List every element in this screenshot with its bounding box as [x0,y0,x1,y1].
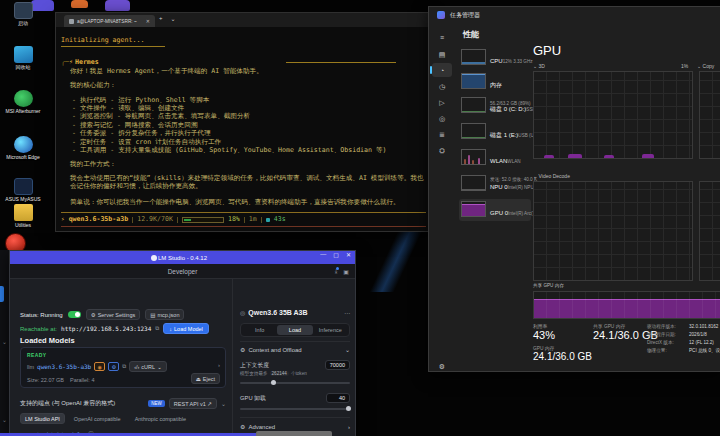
more-options-icon[interactable]: ⋯ [344,309,350,316]
workstyle-body: 我会主动使用已有的“技能”（skills）来处理特定领域的任务，比如代码审查、调… [61,174,427,191]
desktop-icon-myasus[interactable]: ASUS MyASUS [0,178,46,203]
box-corner: ╭─ [61,58,69,66]
reachable-row: Reachable at: http://192.168.5.243:1234 … [20,323,209,334]
perf-item-disk0[interactable]: 磁盘 0 (C: D:)SSD (NVMe)1% [459,95,531,117]
agent-status-bar: ⚡ qwen3.6-35b-a3b 12.9K/70K 18% 1m 43s [61,215,426,224]
services-icon[interactable]: ⛭ [436,145,448,157]
performance-icon[interactable]: ◔ [436,64,448,76]
panel-divider [232,279,233,436]
users-icon[interactable]: ◎ [436,113,448,125]
taskmgr-app-icon [437,11,445,19]
terminal-tab[interactable]: a@LAPTOP-MNA8TSRR: ~ ✕ [64,15,155,27]
perf-item-name: CPU [490,58,503,64]
settings-icon-button[interactable]: ⚙ [108,362,119,371]
details-icon[interactable]: ≣ [436,129,448,141]
server-toggle[interactable] [68,311,81,318]
code-icon: ‹/› [134,364,139,370]
tab-anthropic-compatible[interactable]: Anthropic compatible [130,413,191,424]
taskmgr-title-bar[interactable]: 任务管理器 [429,7,720,23]
perf-item-npu[interactable]: NPU 0Intel(R) NPU0% [459,173,531,195]
tab-load[interactable]: Load [277,325,312,335]
rail-active-indicator [0,286,4,302]
chevron-down-icon[interactable]: ⌄ [221,400,226,407]
model-parallel: Parallel: 4 [70,377,94,383]
tab-close-icon[interactable]: ✕ [146,18,150,24]
chevron-down-icon[interactable]: ⌄ [2,416,7,423]
gpu-video-decode-chart [533,181,693,281]
minimize-icon[interactable]: — [320,251,326,258]
tab-info[interactable]: Info [242,325,277,335]
slider-handle[interactable] [346,406,351,411]
gpu-page-title: GPU [533,43,561,58]
status-token-count: 12.9K/70K [137,215,173,223]
context-length-input[interactable]: 70000 [325,360,350,370]
capability-item: - 定时任务 - 设置 cron 计划任务自动执行工作 [72,138,426,146]
desktop-icon-label: 启动 [0,21,46,27]
advanced-section[interactable]: ⚙ Advanced › [240,423,350,430]
startup-apps-icon[interactable]: ▷ [436,97,448,109]
settings-gear-icon[interactable]: ⚙ [436,361,448,373]
eject-icon: ⏏ [196,376,201,382]
panel-toggle-icon[interactable]: ▣ [343,268,349,275]
desktop-icon-edge[interactable]: Microsoft Edge [0,136,46,161]
perf-item-disk1[interactable]: 磁盘 1 (E:)USB (USB)0% [459,121,531,143]
myasus-icon [14,178,33,195]
context-length-slider[interactable] [240,382,350,384]
server-url[interactable]: http://192.168.5.243:1234 [61,325,151,332]
hamburger-menu-icon[interactable]: ≡ [436,31,448,43]
perf-item-cpu[interactable]: CPU12% 3.33 GHz [459,47,531,69]
desktop-icon-cut-2[interactable] [71,0,88,8]
rest-api-badge[interactable]: REST API v1 ↗ [169,398,217,409]
maximize-icon[interactable]: ▢ [333,251,339,258]
context-offload-section[interactable]: ⚙ Context and Offload ⌄ [240,346,350,353]
mcp-json-button[interactable]: ▤mcp.json [145,309,184,320]
gpu-offload-input[interactable]: 40 [326,393,350,403]
directx-label: DirectX 版本: [647,340,674,345]
desktop-icon-recycle-bin[interactable]: 回收站 [0,46,46,71]
load-model-button[interactable]: ↓Load Model [163,323,209,334]
eject-button[interactable]: ⏏Eject [191,373,220,384]
desktop-icon-launch[interactable]: 启动 [0,2,46,27]
performance-page-title: 性能 [463,29,479,40]
app-history-icon[interactable]: ◷ [436,81,448,93]
desktop-icon-folder[interactable]: Utilities [0,204,46,229]
download-icon[interactable]: ⤓ [335,268,338,275]
disk0-mini-chart [461,97,486,113]
hermes-header: ╭─ ⚡ Hermes [61,58,426,66]
flame-icon: ⚡ [69,58,73,66]
slider-handle[interactable] [271,380,276,385]
desktop-icon-cut-3[interactable] [105,0,130,11]
new-tab-button[interactable]: + [155,13,167,27]
curl-dropdown[interactable]: ‹/›cURL⌄ [129,361,167,372]
desktop-icon-afterburner[interactable]: MSI Afterburner [0,90,46,115]
tab-openai-compatible[interactable]: OpenAI compatible [69,413,126,424]
eject-label: Eject [203,376,215,382]
load-model-label: Load Model [174,326,203,332]
copy-icon[interactable]: ⧉ [122,363,126,370]
loaded-model-card[interactable]: READY › llm qwen3.6-35b-a3b ◉ ⚙ ⧉ ‹/›cUR… [20,347,226,388]
close-icon[interactable]: ✕ [346,251,351,258]
runtime-icon-button[interactable]: ◉ [94,362,105,371]
chart-video-label: ⌄ Video Decode [533,173,570,179]
tab-lmstudio-api[interactable]: LM Studio API [20,413,65,424]
tab-dropdown-button[interactable]: ⌄ [167,13,180,27]
gear-icon: ⚙ [91,312,96,318]
lmstudio-title-bar[interactable]: LM Studio - 0.4.12 — ▢ ✕ [10,251,355,264]
model-meta-row: Size: 22.07 GB Parallel: 4 [27,377,94,383]
chevron-down-icon: ⌄ [157,364,162,370]
folder-icon [14,204,33,221]
copy-icon[interactable]: ⧉ [155,325,159,332]
server-status-label: Status: Running [20,312,63,318]
divider [132,217,133,223]
processes-icon[interactable]: ▤ [436,49,448,61]
perf-item-gpu[interactable]: GPU 0Intel(R) Arc(TM) B39...43% [459,199,531,221]
taskbar-peek-sliver[interactable] [256,431,332,436]
chevron-right-icon[interactable]: › [218,362,220,368]
server-settings-button[interactable]: ⚙Server Settings [86,309,141,320]
status-separator-bottom [61,226,426,227]
terminal-output[interactable]: Initializing agent... ╭─ ⚡ Hermes 你好！我是 … [56,27,431,231]
tab-inference[interactable]: Inference [313,325,348,335]
gpu-offload-slider[interactable] [240,408,350,410]
perf-item-sub: Intel(R) NPU [508,185,534,190]
chevron-down-icon[interactable]: ⌄ [2,338,7,345]
